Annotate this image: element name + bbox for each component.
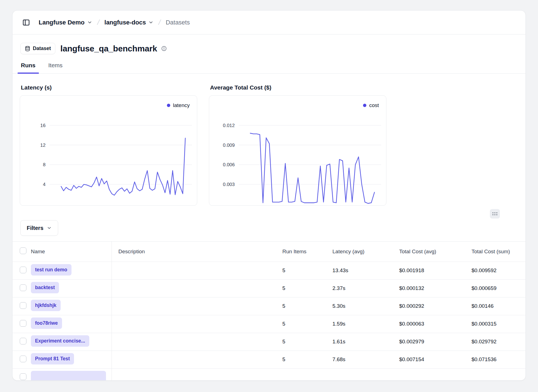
chevron-down-icon — [47, 225, 52, 230]
database-icon — [25, 46, 30, 51]
svg-text:16: 16 — [40, 123, 46, 128]
topbar: Langfuse Demo / langfuse-docs / Datasets — [13, 11, 525, 34]
latency-avg-cell — [326, 368, 393, 381]
column-header-run-items: Run Items — [276, 242, 326, 262]
table-row[interactable]: Experiment concise...51.61s$0.002979$0.0… — [13, 333, 526, 351]
legend-label: cost — [369, 102, 379, 108]
sidebar-toggle-button[interactable] — [20, 17, 32, 28]
column-header-name: Name — [29, 242, 112, 262]
filters-button[interactable]: Filters — [20, 220, 58, 236]
cost-chart-svg: 0.0030.0060.0090.012 — [209, 96, 386, 205]
breadcrumb-project-selector[interactable]: langfuse-docs — [103, 17, 155, 28]
svg-text:8: 8 — [43, 162, 45, 167]
legend-dot-icon — [363, 104, 366, 107]
tab-runs[interactable]: Runs — [20, 59, 36, 73]
chevron-down-icon — [87, 20, 92, 25]
runs-table-body: test run demo513.43s$0.001918$0.009592ba… — [13, 262, 526, 381]
breadcrumb-section[interactable]: Datasets — [165, 17, 191, 28]
legend-label: latency — [173, 102, 190, 108]
latency-chart-block: Latency (s) latency 481216 — [20, 84, 197, 206]
row-checkbox[interactable] — [20, 320, 26, 327]
description-cell — [112, 333, 276, 351]
page-title: langfuse_qa_benchmark — [60, 44, 157, 53]
run-name-link[interactable]: Prompt 81 Test — [31, 353, 74, 364]
total-cost-sum-cell: $0.000659 — [465, 279, 526, 297]
latency-avg-cell: 2.37s — [326, 279, 393, 297]
breadcrumb-separator: / — [97, 18, 100, 27]
latency-avg-cell: 1.61s — [326, 333, 393, 351]
table-header-row: Name Description Run Items Latency (avg)… — [13, 242, 526, 262]
table-row[interactable]: test run demo513.43s$0.001918$0.009592 — [13, 262, 526, 279]
latency-avg-cell: 7.68s — [326, 351, 393, 368]
total-cost-avg-cell — [393, 368, 465, 381]
latency-chart-svg: 481216 — [20, 96, 197, 205]
table-row[interactable]: foo78riwe51.59s$0.000063$0.000315 — [13, 315, 526, 333]
table-row[interactable]: Prompt 81 Test57.68s$0.007154$0.071536 — [13, 351, 526, 368]
grip-dots-icon — [492, 212, 498, 216]
row-checkbox[interactable] — [20, 338, 26, 344]
row-checkbox[interactable] — [20, 356, 26, 362]
row-checkbox[interactable] — [20, 373, 26, 380]
dataset-badge-label: Dataset — [33, 46, 51, 51]
main-card: Langfuse Demo / langfuse-docs / Datasets — [12, 10, 526, 381]
description-cell — [112, 368, 276, 381]
total-cost-sum-cell: $0.029792 — [465, 333, 526, 351]
svg-text:0.012: 0.012 — [223, 123, 235, 128]
filters-row: Filters — [13, 220, 525, 236]
runs-table: Name Description Run Items Latency (avg)… — [13, 242, 526, 381]
total-cost-sum-cell: $0.00146 — [465, 297, 526, 315]
run-name-link[interactable]: backtest — [31, 282, 59, 293]
table-row[interactable]: backtest52.37s$0.000132$0.000659 — [13, 279, 526, 297]
latency-chart-title: Latency (s) — [21, 84, 197, 91]
latency-avg-cell: 1.59s — [326, 315, 393, 333]
breadcrumb-org-label: Langfuse Demo — [39, 19, 85, 26]
svg-text:0.003: 0.003 — [223, 182, 235, 187]
column-header-description: Description — [112, 242, 276, 262]
svg-text:0.009: 0.009 — [223, 143, 235, 148]
charts-section: Latency (s) latency 481216 Average Total… — [13, 74, 525, 206]
row-checkbox[interactable] — [20, 267, 26, 273]
total-cost-sum-cell: $0.000315 — [465, 315, 526, 333]
total-cost-avg-cell: $0.000063 — [393, 315, 465, 333]
description-cell — [112, 351, 276, 368]
panel-left-icon — [22, 19, 30, 26]
description-cell — [112, 262, 276, 279]
tab-items[interactable]: Items — [48, 59, 63, 73]
legend-dot-icon — [167, 104, 170, 107]
row-checkbox[interactable] — [20, 302, 26, 309]
cost-chart: cost 0.0030.0060.0090.012 — [209, 95, 386, 206]
run-name-link[interactable]: test run demo — [31, 264, 71, 276]
handle-row — [13, 209, 525, 219]
run-items-cell: 5 — [276, 262, 326, 279]
run-items-cell: 5 — [276, 315, 326, 333]
runs-table-wrap: Name Description Run Items Latency (avg)… — [13, 241, 525, 381]
run-items-cell — [276, 368, 326, 381]
dataset-header: Dataset langfuse_qa_benchmark — [13, 34, 525, 54]
select-all-checkbox[interactable] — [20, 247, 26, 254]
total-cost-sum-cell: $0.071536 — [465, 351, 526, 368]
description-cell — [112, 297, 276, 315]
row-checkbox[interactable] — [20, 284, 26, 291]
run-items-cell: 5 — [276, 333, 326, 351]
column-header-total-cost-avg: Total Cost (avg) — [393, 242, 465, 262]
info-icon[interactable] — [161, 46, 167, 51]
total-cost-avg-cell: $0.000132 — [393, 279, 465, 297]
table-row[interactable]: hjkfdshjk55.30s$0.000292$0.00146 — [13, 297, 526, 315]
latency-chart-legend: latency — [167, 102, 190, 108]
filters-button-label: Filters — [27, 225, 43, 231]
run-name-link[interactable]: hjkfdshjk — [31, 300, 61, 311]
run-name-link[interactable]: foo78riwe — [31, 317, 62, 329]
dataset-badge: Dataset — [20, 43, 55, 54]
table-row[interactable] — [13, 368, 526, 381]
run-name-link[interactable]: Experiment concise... — [31, 335, 89, 347]
tab-bar: Runs Items — [13, 59, 525, 74]
run-name-link[interactable] — [31, 371, 106, 381]
total-cost-sum-cell: $0.009592 — [465, 262, 526, 279]
breadcrumb-org-selector[interactable]: Langfuse Demo — [38, 17, 93, 28]
column-header-latency-avg: Latency (avg) — [326, 242, 393, 262]
breadcrumb-project-label: langfuse-docs — [104, 19, 146, 26]
drag-handle[interactable] — [490, 209, 500, 219]
total-cost-avg-cell: $0.002979 — [393, 333, 465, 351]
latency-avg-cell: 5.30s — [326, 297, 393, 315]
column-header-total-cost-sum: Total Cost (sum) — [465, 242, 526, 262]
